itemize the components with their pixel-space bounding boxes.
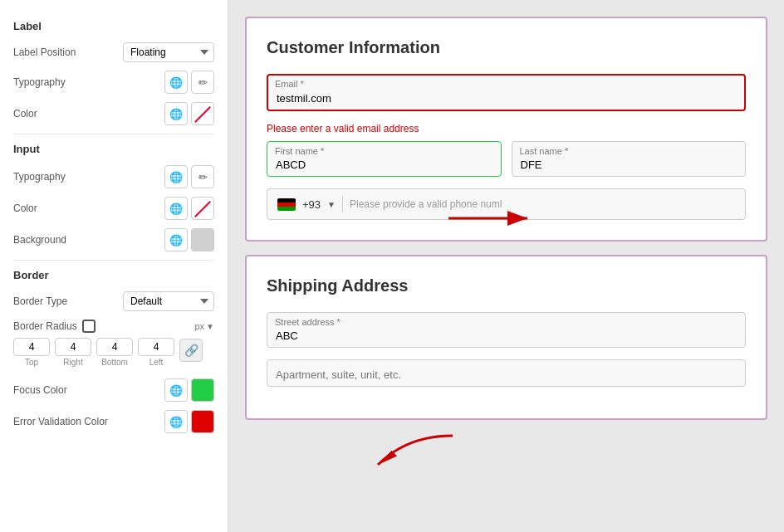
corner-right-label: Right	[63, 358, 82, 367]
label-position-row: Label Position Floating Above Below Hidd…	[13, 42, 214, 62]
input-color-label: Color	[13, 203, 37, 214]
border-type-select[interactable]: Default None Solid Dashed	[123, 291, 214, 311]
label-color-label: Color	[13, 108, 37, 120]
label-section-title: Label	[13, 20, 214, 32]
border-section: Border Border Type Default None Solid Da…	[13, 269, 214, 433]
border-radius-unit: px	[194, 321, 204, 331]
border-type-label: Border Type	[13, 295, 67, 307]
error-color-row: Error Validation Color 🌐	[13, 410, 214, 433]
input-background-label: Background	[13, 234, 66, 246]
arrow-bottom-annotation	[370, 432, 461, 476]
input-typography-globe-btn[interactable]: 🌐	[164, 165, 188, 188]
label-position-controls: Floating Above Below Hidden	[123, 42, 214, 62]
input-background-row: Background 🌐	[13, 228, 214, 251]
border-type-controls: Default None Solid Dashed	[123, 291, 214, 311]
phone-dial-code: +93	[302, 198, 321, 211]
corner-bottom-input[interactable]	[96, 338, 133, 356]
flag-icon	[277, 198, 296, 211]
border-radius-icon	[82, 320, 96, 333]
focus-color-controls: 🌐	[164, 378, 214, 402]
input-background-controls: 🌐	[164, 228, 214, 251]
label-typography-edit-btn[interactable]: ✏	[191, 71, 214, 94]
corner-inputs-row: Top Right Bottom Left 🔗	[13, 338, 214, 370]
corner-bottom-label: Bottom	[101, 358, 128, 367]
input-color-globe-btn[interactable]: 🌐	[164, 197, 188, 220]
corner-top-input[interactable]	[13, 338, 50, 356]
arrow-right-annotation	[444, 202, 536, 237]
corner-left-wrap: Left	[138, 338, 174, 367]
first-name-field-wrap: First name *	[267, 141, 502, 177]
label-position-label: Label Position	[13, 46, 76, 58]
focus-color-label: Focus Color	[13, 384, 67, 396]
corner-right-wrap: Right	[55, 338, 91, 367]
border-radius-label-row: Border Radius	[13, 320, 99, 333]
error-color-label: Error Validation Color	[13, 416, 108, 427]
corner-left-label: Left	[149, 358, 164, 367]
label-position-select[interactable]: Floating Above Below Hidden	[123, 42, 214, 62]
error-color-controls: 🌐	[164, 410, 214, 433]
corner-top-label: Top	[25, 358, 38, 367]
border-radius-unit-chevron[interactable]: ▼	[206, 322, 214, 331]
label-color-swatch[interactable]	[191, 102, 214, 125]
input-background-globe-btn[interactable]: 🌐	[164, 228, 188, 251]
input-typography-row: Typography 🌐 ✏	[13, 165, 214, 188]
label-color-row: Color 🌐	[13, 102, 214, 125]
error-color-swatch[interactable]	[191, 410, 214, 433]
shipping-address-title: Shipping Address	[267, 276, 746, 295]
phone-divider	[342, 196, 343, 212]
corner-link-btn[interactable]: 🔗	[179, 339, 203, 362]
border-type-row: Border Type Default None Solid Dashed	[13, 291, 214, 311]
label-typography-globe-btn[interactable]: 🌐	[164, 71, 188, 94]
corner-left-input[interactable]	[138, 338, 174, 356]
focus-color-swatch[interactable]	[191, 378, 214, 402]
apartment-input[interactable]	[267, 359, 746, 387]
label-typography-label: Typography	[13, 76, 66, 88]
last-name-input[interactable]	[512, 141, 747, 177]
shipping-address-card: Shipping Address Street address *	[245, 255, 767, 420]
input-color-controls: 🌐	[164, 197, 214, 220]
corner-right-input[interactable]	[55, 338, 91, 356]
first-name-input[interactable]	[267, 141, 502, 177]
corner-top-wrap: Top	[13, 338, 50, 367]
corner-bottom-wrap: Bottom	[96, 338, 133, 367]
email-input[interactable]	[267, 74, 746, 111]
label-typography-row: Typography 🌐 ✏	[13, 71, 214, 94]
label-section: Label Label Position Floating Above Belo…	[13, 20, 214, 125]
left-panel: Label Label Position Floating Above Belo…	[0, 0, 228, 532]
last-name-field-wrap: Last name *	[512, 141, 747, 177]
input-section: Input Typography 🌐 ✏ Color 🌐 Background …	[13, 143, 214, 251]
email-field-wrap: Email *	[267, 74, 746, 111]
input-typography-controls: 🌐 ✏	[164, 165, 214, 188]
focus-color-row: Focus Color 🌐	[13, 378, 214, 402]
input-section-title: Input	[13, 143, 214, 155]
border-radius-header: Border Radius px ▼	[13, 320, 214, 333]
customer-info-title: Customer Information	[267, 38, 746, 57]
divider-2	[13, 260, 214, 261]
focus-color-globe-btn[interactable]: 🌐	[164, 378, 188, 402]
input-background-swatch[interactable]	[191, 228, 214, 251]
label-typography-controls: 🌐 ✏	[164, 71, 214, 94]
label-color-controls: 🌐	[164, 102, 214, 125]
email-error-msg: Please enter a valid email address	[267, 123, 746, 134]
apartment-field-wrap	[267, 359, 746, 387]
corner-inputs: Top Right Bottom Left	[13, 338, 174, 367]
right-panel: Customer Information Email * Please ente…	[228, 0, 784, 532]
error-color-globe-btn[interactable]: 🌐	[164, 410, 188, 433]
border-section-title: Border	[13, 269, 214, 281]
name-fields-row: First name * Last name *	[267, 141, 746, 177]
street-input[interactable]	[267, 312, 746, 348]
border-radius-label: Border Radius	[13, 320, 77, 332]
phone-chevron-icon[interactable]: ▼	[327, 200, 336, 209]
input-color-swatch[interactable]	[191, 197, 214, 220]
street-field-wrap: Street address *	[267, 312, 746, 348]
input-color-row: Color 🌐	[13, 197, 214, 220]
input-typography-label: Typography	[13, 171, 66, 183]
input-typography-edit-btn[interactable]: ✏	[191, 165, 214, 188]
label-color-globe-btn[interactable]: 🌐	[164, 102, 188, 125]
divider-1	[13, 134, 214, 134]
